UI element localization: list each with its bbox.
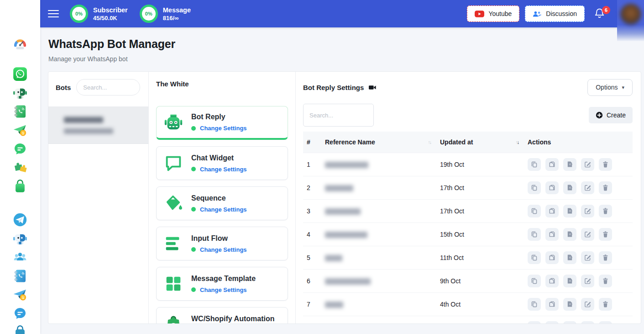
- sort-icon[interactable]: ↑↓: [428, 139, 433, 145]
- edit-action-button[interactable]: [581, 251, 594, 264]
- create-button[interactable]: Create: [589, 107, 633, 123]
- integrations-puzzle-icon[interactable]: [12, 159, 28, 176]
- whatsapp-chat-icon[interactable]: [12, 141, 28, 157]
- clone-action-button[interactable]: [545, 321, 559, 324]
- delete-action-button[interactable]: [599, 275, 612, 287]
- redacted-reference-name: [325, 232, 367, 238]
- telegram-bot-icon[interactable]: [12, 230, 28, 247]
- delete-action-button[interactable]: [599, 321, 612, 324]
- change-settings-link[interactable]: Change Settings: [200, 166, 247, 173]
- clone-action-button[interactable]: [545, 158, 559, 171]
- export-action-button[interactable]: [563, 251, 576, 264]
- copy-action-button[interactable]: [528, 321, 541, 324]
- change-settings-link[interactable]: Change Settings: [200, 286, 247, 293]
- export-action-button[interactable]: [563, 228, 576, 241]
- user-avatar[interactable]: [617, 0, 644, 41]
- table-row: 6 9th Oct: [303, 269, 633, 292]
- copy-action-button[interactable]: [528, 275, 541, 287]
- export-action-button[interactable]: [563, 275, 576, 287]
- edit-action-button[interactable]: [581, 228, 594, 241]
- delete-action-button[interactable]: [599, 298, 612, 311]
- setting-card-bot-reply[interactable]: Bot Reply Change Settings: [156, 106, 288, 140]
- status-dot: [191, 247, 196, 252]
- table-row: 3 17th Oct: [303, 199, 633, 223]
- telegram-store-icon[interactable]: [12, 324, 28, 334]
- change-settings-link[interactable]: Change Settings: [200, 125, 247, 132]
- edit-action-button[interactable]: [581, 298, 594, 311]
- bot-list-item-selected[interactable]: [48, 106, 148, 144]
- copy-action-button[interactable]: [528, 228, 541, 241]
- delete-action-button[interactable]: [599, 158, 612, 171]
- row-number: 7: [303, 292, 321, 316]
- clone-action-button[interactable]: [545, 275, 559, 287]
- discussion-button[interactable]: Discussion: [525, 5, 585, 22]
- edit-action-button[interactable]: [581, 158, 594, 171]
- bots-search-input[interactable]: [76, 79, 140, 95]
- redacted-reference-name: [325, 208, 361, 215]
- setting-title: Sequence: [191, 194, 247, 202]
- clone-action-button[interactable]: [545, 205, 559, 217]
- column-header-number: #: [303, 132, 321, 153]
- change-settings-link[interactable]: Change Settings: [200, 246, 247, 253]
- delete-action-button[interactable]: [599, 251, 612, 264]
- delete-action-button[interactable]: [599, 228, 612, 241]
- bot-reply-robot-icon: [163, 112, 184, 133]
- export-action-button[interactable]: [563, 158, 576, 171]
- copy-action-button[interactable]: [528, 298, 541, 311]
- discussion-users-icon: [533, 11, 542, 17]
- youtube-button[interactable]: Youtube: [467, 5, 519, 22]
- copy-action-button[interactable]: [528, 181, 541, 194]
- setting-card-input-flow[interactable]: Input Flow Change Settings: [156, 227, 288, 260]
- export-action-button[interactable]: [563, 321, 576, 324]
- export-action-button[interactable]: [563, 298, 576, 311]
- copy-action-button[interactable]: [528, 205, 541, 217]
- dashboard-gauge-icon[interactable]: [12, 36, 28, 52]
- setting-card-chat-widget[interactable]: Chat Widget Change Settings: [156, 146, 288, 180]
- sort-icon-active[interactable]: ↑↓: [516, 139, 521, 145]
- copy-action-button[interactable]: [528, 158, 541, 171]
- row-number: [303, 316, 321, 324]
- bot-manager-card: Bots The White: [48, 71, 641, 324]
- video-camera-icon[interactable]: [369, 85, 377, 90]
- options-dropdown-button[interactable]: Options ▾: [587, 79, 633, 96]
- export-action-button[interactable]: [563, 205, 576, 217]
- whatsapp-icon[interactable]: [12, 66, 28, 82]
- svg-text:S: S: [171, 322, 176, 324]
- menu-toggle-icon[interactable]: [48, 8, 59, 19]
- edit-action-button[interactable]: [581, 181, 594, 194]
- setting-card-sequence[interactable]: Sequence Change Settings: [156, 186, 288, 220]
- bell-icon: [594, 13, 605, 21]
- whatsapp-contacts-icon[interactable]: [12, 103, 28, 120]
- subscriber-value: 45/50.0K: [93, 14, 128, 22]
- setting-card-message-template[interactable]: Message Template Change Settings: [156, 267, 288, 301]
- telegram-broadcast-icon[interactable]: 1: [12, 286, 28, 303]
- copy-action-button[interactable]: [528, 251, 541, 264]
- bot-reply-table: # Reference Name ↑↓ Updated at ↑↓ Action…: [303, 132, 633, 324]
- notifications-button[interactable]: 6: [594, 7, 606, 20]
- whatsapp-store-icon[interactable]: [12, 178, 28, 195]
- telegram-contacts-icon[interactable]: [12, 268, 28, 284]
- clone-action-button[interactable]: [545, 181, 559, 194]
- telegram-group-icon[interactable]: [12, 249, 28, 265]
- edit-action-button[interactable]: [581, 275, 594, 287]
- selected-bot-title: The White: [156, 80, 288, 88]
- avatar-image-blurred: [620, 4, 641, 25]
- clone-action-button[interactable]: [545, 228, 559, 241]
- clone-action-button[interactable]: [545, 298, 559, 311]
- clone-action-button[interactable]: [545, 251, 559, 264]
- telegram-chat-icon[interactable]: [12, 305, 28, 322]
- telegram-icon[interactable]: [12, 212, 28, 228]
- chat-widget-icon: [163, 153, 184, 174]
- whatsapp-bot-icon[interactable]: [12, 85, 28, 101]
- setting-card-wc-shopify[interactable]: S WC/Shopify Automation Change Settings: [156, 307, 288, 324]
- change-settings-link[interactable]: Change Settings: [200, 206, 247, 213]
- edit-action-button[interactable]: [581, 321, 594, 324]
- reply-search-input[interactable]: [303, 104, 374, 127]
- table-row: 7 4th Oct: [303, 292, 633, 316]
- delete-action-button[interactable]: [599, 181, 612, 194]
- edit-action-button[interactable]: [581, 205, 594, 217]
- whatsapp-broadcast-icon[interactable]: 1: [12, 122, 28, 138]
- redacted-reference-name: [325, 278, 371, 285]
- delete-action-button[interactable]: [599, 205, 612, 217]
- export-action-button[interactable]: [563, 181, 576, 194]
